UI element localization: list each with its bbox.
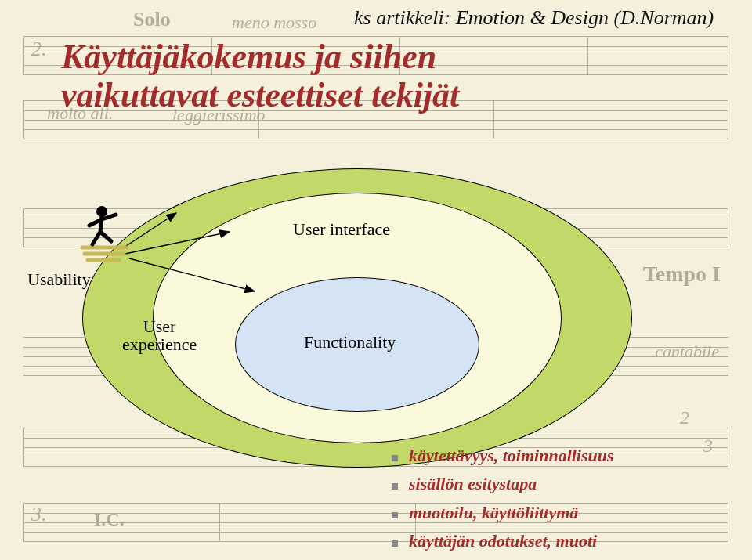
bullet-item: käytettävyys, toiminnallisuus xyxy=(392,442,614,470)
page-title-line2: vaikuttavat esteettiset tekijät xyxy=(61,76,459,114)
label-user-interface: User interface xyxy=(293,219,390,240)
bullet-icon xyxy=(392,455,398,461)
page-subtitle: ks artikkeli: Emotion & Design (D.Norman… xyxy=(354,6,714,30)
runner-icon xyxy=(78,202,133,265)
bullet-text: sisällön esitystapa xyxy=(409,470,537,498)
music-meno-mosso: meno mosso xyxy=(232,13,316,33)
bullet-text: käytettävyys, toiminnallisuus xyxy=(409,442,614,470)
bullet-item: muotoilu, käyttöliittymä xyxy=(392,499,614,527)
music-tempo1: Tempo I xyxy=(643,262,721,287)
music-solo: Solo xyxy=(133,8,171,31)
music-num-2b: 2 xyxy=(680,407,689,428)
page-title: Käyttäjäkokemus ja siihen vaikuttavat es… xyxy=(61,38,459,115)
bullet-text: muotoilu, käyttöliittymä xyxy=(409,499,578,527)
music-num-2: 2. xyxy=(31,38,47,61)
bullet-list: käytettävyys, toiminnallisuus sisällön e… xyxy=(392,442,614,555)
label-functionality: Functionality xyxy=(304,332,396,352)
bullet-icon xyxy=(392,512,398,518)
label-usability: Usability xyxy=(27,269,91,290)
bullet-item: käyttäjän odotukset, muoti xyxy=(392,527,614,555)
music-ic: I.C. xyxy=(94,509,125,530)
label-user-experience-line2: experience xyxy=(122,334,197,354)
music-num-3b: 3 xyxy=(703,435,713,457)
bullet-text: käyttäjän odotukset, muoti xyxy=(409,527,597,555)
bullet-icon xyxy=(392,483,398,490)
music-cantabile: cantabile xyxy=(655,341,719,362)
bullet-item: sisällön esitystapa xyxy=(392,470,614,498)
page-title-line1: Käyttäjäkokemus ja siihen xyxy=(61,38,436,76)
bullet-icon xyxy=(392,540,398,547)
label-user-experience: User experience xyxy=(122,317,197,353)
label-user-experience-line1: User xyxy=(143,316,176,336)
music-num-3: 3. xyxy=(31,503,47,526)
